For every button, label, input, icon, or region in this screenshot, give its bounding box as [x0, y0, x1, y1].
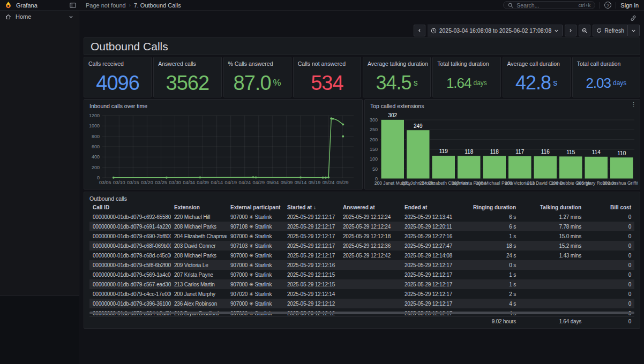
table-cell: 2025-05-29 12:12:17 — [284, 253, 340, 259]
table-cell: 0 s — [463, 262, 519, 268]
footer-total-cell: 1.64 days — [519, 318, 585, 324]
sidebar-item-label: Home — [16, 13, 31, 20]
time-shift-forward-button[interactable] — [565, 25, 576, 36]
table-cell: 2025-05-29 12:12:17 — [401, 301, 463, 307]
svg-text:03/30: 03/30 — [169, 180, 181, 185]
time-range-picker[interactable]: 2025-03-04 16:08:08 to 2025-06-02 17:08:… — [428, 25, 563, 36]
svg-text:100: 100 — [370, 156, 378, 162]
stat-panel: Average talking duration34.5s — [363, 57, 431, 97]
share-link-icon[interactable] — [628, 14, 639, 22]
table-cell: 2025-05-29 12:12:18 — [340, 233, 401, 239]
help-glyph: ? — [606, 3, 609, 8]
stat-panel: % Calls answered87.0% — [223, 57, 291, 97]
time-shift-back-button[interactable] — [414, 25, 425, 36]
table-cell: 1 s — [463, 282, 519, 287]
column-header[interactable]: Answered at — [340, 204, 401, 210]
zoom-out-time-button[interactable] — [579, 25, 590, 36]
bar-value-label: 119 — [439, 148, 448, 154]
svg-text:05/09: 05/09 — [281, 180, 293, 185]
svg-text:03/25: 03/25 — [155, 180, 167, 185]
svg-text:03/20: 03/20 — [141, 180, 153, 185]
stat-label: Answered calls — [154, 57, 221, 67]
line-point — [327, 176, 330, 178]
bar-value-label: 117 — [515, 149, 524, 155]
refresh-button[interactable]: Refresh — [593, 25, 628, 36]
bar-chart: 050100150200250300302200 Janet Murphy249… — [367, 111, 638, 186]
table-row: 00000000-01db-d079-c396-361000001826236 … — [89, 299, 634, 308]
table-cell: 6 s — [463, 224, 519, 230]
bar — [559, 156, 583, 179]
table-cell: 207 Krista Payne — [171, 272, 227, 278]
stat-label: Average call duration — [503, 57, 570, 67]
dashboard-canvas: 2025-03-04 16:08:08 to 2025-06-02 17:08:… — [79, 11, 644, 364]
table-cell: 208 Michael Parks — [171, 253, 227, 259]
dock-menu-icon[interactable] — [68, 1, 78, 10]
brand-name: Grafana — [16, 2, 38, 9]
time-picker-group: 2025-03-04 16:08:08 to 2025-06-02 17:08:… — [428, 25, 563, 36]
svg-text:50: 50 — [372, 166, 378, 172]
table-horizontal-scrollbar[interactable] — [89, 312, 634, 314]
bar — [534, 156, 557, 179]
table-row: 00000000-01db-d079-c692-65580000182f220 … — [89, 212, 634, 222]
table-cell: 2025-05-29 12:13:41 — [401, 214, 463, 220]
bar-value-label: 114 — [592, 149, 601, 155]
table-cell: 236 Alex Robinson — [171, 301, 227, 307]
breadcrumb-item-page-not-found[interactable]: Page not found — [86, 2, 126, 9]
stat-value: 2.03days — [573, 69, 640, 97]
bar-value-label: 118 — [465, 149, 473, 155]
column-header[interactable]: Talking duration — [519, 204, 585, 210]
table-cell: 1 s — [463, 272, 519, 278]
column-header[interactable]: Ringing duration — [463, 204, 519, 210]
svg-text:04/14: 04/14 — [211, 180, 223, 185]
breadcrumb-item-current: 7. Outbound Calls — [134, 2, 181, 9]
search-icon — [508, 3, 513, 8]
refresh-interval-dropdown[interactable] — [628, 25, 640, 36]
svg-text:800: 800 — [92, 134, 100, 139]
stat-label: Calls received — [84, 57, 151, 67]
breadcrumb-separator-icon: › — [129, 3, 131, 8]
panel-menu-icon[interactable]: ⋮ — [631, 101, 636, 108]
bar-value-label: 116 — [541, 149, 550, 155]
bar — [381, 119, 405, 179]
table-row: 00000000-01db-d079-c4cc-17e000001827200 … — [89, 289, 634, 299]
table-cell: 0 — [585, 253, 634, 259]
table-cell: 0 — [585, 214, 634, 220]
chevron-down-icon[interactable] — [69, 14, 73, 19]
stat-panel: Total call duration2.03days — [572, 57, 640, 97]
panel-title: Top called extensions — [365, 100, 640, 109]
table-cell: 2025-05-29 12:12:15 — [284, 272, 340, 278]
svg-text:04/04: 04/04 — [183, 180, 195, 185]
table-cell: 00000000-01db-d079-c68f-069b0000182c — [89, 243, 171, 249]
clock-icon — [431, 28, 437, 34]
column-header[interactable]: Call ID — [89, 204, 171, 210]
line-point — [325, 177, 327, 179]
svg-text:1000: 1000 — [89, 123, 100, 128]
sidebar-item-home[interactable]: Home — [0, 11, 79, 22]
table-cell: 2025-05-29 12:12:17 — [401, 272, 463, 278]
table-cell: 0 — [585, 301, 634, 307]
table-row: 00000000-01db-d079-c5f8-6b2f0000182a209 … — [89, 260, 634, 270]
table-cell: 0 — [585, 291, 634, 297]
table-cell: 907000 ✳ Starlink — [227, 262, 284, 268]
help-icon[interactable]: ? — [604, 2, 611, 9]
svg-text:04/19: 04/19 — [224, 180, 237, 185]
svg-text:150: 150 — [370, 147, 378, 152]
column-header[interactable]: Started at ↓ — [284, 204, 340, 210]
table-cell: 907020 ✳ Starlink — [227, 291, 284, 297]
table-cell: 907103 ✳ Starlink — [227, 243, 284, 249]
search-placeholder: Search... — [516, 2, 575, 9]
panel-title: Inbound calls over time — [84, 100, 362, 109]
table-cell: 213 Carlos Martin — [171, 282, 227, 287]
search-input[interactable]: Search... ctrl+k — [503, 1, 595, 9]
stat-value: 1.64days — [433, 69, 500, 97]
table-cell: 907000 ✳ Starlink — [227, 301, 284, 307]
zoom-out-icon — [582, 28, 588, 34]
bar-value-label: 118 — [490, 149, 499, 155]
sign-in-button[interactable]: Sign in — [620, 2, 639, 9]
column-header[interactable]: Ended at — [401, 204, 463, 210]
table-cell: 907000 ✳ Starlink — [227, 253, 284, 259]
column-header[interactable]: External participant — [227, 204, 284, 210]
column-header[interactable]: Extension — [171, 204, 227, 210]
bar — [407, 130, 430, 179]
column-header[interactable]: Bill cost — [585, 204, 634, 210]
